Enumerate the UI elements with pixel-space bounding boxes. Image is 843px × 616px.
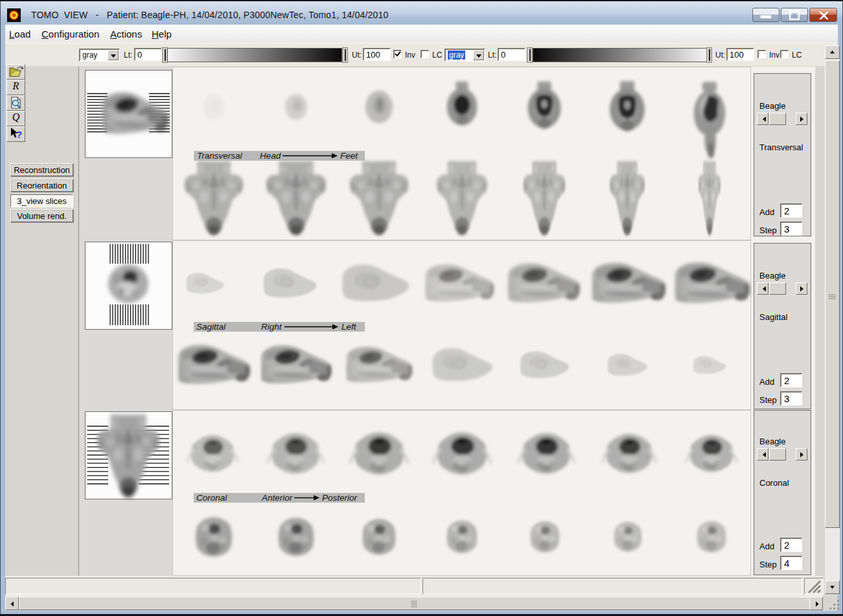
svg-text:?: ? (16, 129, 22, 140)
